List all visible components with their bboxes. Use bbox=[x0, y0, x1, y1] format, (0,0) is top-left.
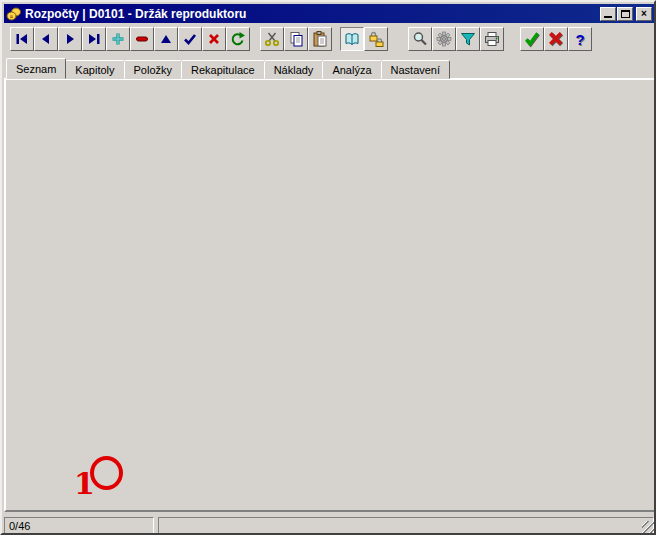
printer-icon bbox=[484, 31, 500, 47]
gear-icon bbox=[436, 31, 452, 47]
cancel-button[interactable] bbox=[544, 27, 568, 51]
last-record-button[interactable] bbox=[82, 27, 106, 51]
tab-rekapitulace[interactable]: Rekapitulace bbox=[181, 60, 265, 79]
cancel-x-icon bbox=[547, 30, 565, 48]
question-icon: ? bbox=[575, 31, 584, 48]
cancel-edit-button[interactable] bbox=[202, 27, 226, 51]
status-message bbox=[158, 517, 654, 534]
clipboard-icon bbox=[312, 31, 328, 47]
window-title: Rozpočty | D0101 - Držák reproduktoru bbox=[25, 7, 599, 21]
minus-icon bbox=[134, 31, 150, 47]
tab-page-seznam bbox=[4, 78, 656, 512]
annotation-step-number: 1 bbox=[74, 466, 95, 501]
insert-record-button[interactable] bbox=[106, 27, 130, 51]
check-icon bbox=[182, 31, 198, 47]
help-button[interactable]: ? bbox=[568, 27, 592, 51]
copy-icon bbox=[288, 31, 304, 47]
price-book-button[interactable] bbox=[340, 27, 364, 51]
minimize-button[interactable] bbox=[600, 7, 616, 21]
ok-check-icon bbox=[523, 30, 541, 48]
toolbar: ? bbox=[4, 24, 656, 56]
first-record-button[interactable] bbox=[10, 27, 34, 51]
copy-button[interactable] bbox=[284, 27, 308, 51]
open-book-icon bbox=[344, 31, 360, 47]
prior-record-button[interactable] bbox=[34, 27, 58, 51]
statusbar: 0/46 bbox=[4, 515, 656, 535]
edit-record-button[interactable] bbox=[154, 27, 178, 51]
filter-button[interactable] bbox=[456, 27, 480, 51]
cut-button[interactable] bbox=[260, 27, 284, 51]
refresh-icon bbox=[230, 31, 246, 47]
scissors-icon bbox=[264, 31, 280, 47]
refresh-button[interactable] bbox=[226, 27, 250, 51]
prior-record-icon bbox=[38, 31, 54, 47]
locks-icon bbox=[368, 31, 384, 47]
app-icon bbox=[6, 6, 22, 22]
delete-record-button[interactable] bbox=[130, 27, 154, 51]
tab-naklady[interactable]: Náklady bbox=[264, 60, 324, 79]
confirm-button[interactable] bbox=[520, 27, 544, 51]
tab-seznam[interactable]: Seznam bbox=[6, 58, 66, 79]
app-window: Rozpočty | D0101 - Držák reproduktoru × … bbox=[0, 0, 656, 535]
next-record-button[interactable] bbox=[58, 27, 82, 51]
plus-icon bbox=[110, 31, 126, 47]
search-button[interactable] bbox=[408, 27, 432, 51]
print-button[interactable] bbox=[480, 27, 504, 51]
maximize-button[interactable] bbox=[617, 7, 633, 21]
tab-kapitoly[interactable]: Kapitoly bbox=[65, 60, 124, 79]
edit-triangle-icon bbox=[158, 31, 174, 47]
first-record-icon bbox=[14, 31, 30, 47]
paste-button[interactable] bbox=[308, 27, 332, 51]
funnel-icon bbox=[460, 31, 476, 47]
settings-button[interactable] bbox=[432, 27, 456, 51]
resize-grip[interactable] bbox=[642, 521, 654, 533]
annotation-circle bbox=[90, 456, 123, 490]
last-record-icon bbox=[86, 31, 102, 47]
magnifier-icon bbox=[412, 31, 428, 47]
record-counter: 0/46 bbox=[4, 517, 154, 534]
tab-strip: Seznam Kapitoly Položky Rekapitulace Nák… bbox=[6, 58, 449, 79]
next-record-icon bbox=[62, 31, 78, 47]
close-button[interactable]: × bbox=[636, 7, 652, 21]
x-icon bbox=[206, 31, 222, 47]
tab-polozky[interactable]: Položky bbox=[124, 60, 183, 79]
locks-button[interactable] bbox=[364, 27, 388, 51]
tab-nastaveni[interactable]: Nastavení bbox=[381, 60, 451, 79]
post-edit-button[interactable] bbox=[178, 27, 202, 51]
tab-analyza[interactable]: Analýza bbox=[322, 60, 381, 79]
titlebar: Rozpočty | D0101 - Držák reproduktoru × bbox=[4, 4, 654, 23]
